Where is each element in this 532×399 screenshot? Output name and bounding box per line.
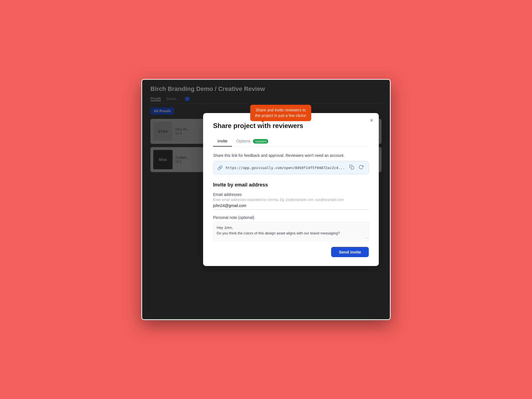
send-invite-button[interactable]: Send invite [331,247,369,257]
share-link-description: Share this link for feedback and approva… [213,153,369,158]
email-field-placeholder: Enter email addresses separated by comma… [213,198,369,202]
tab-invite[interactable]: Invite [213,136,232,147]
modal-title: Share project with reviewers [213,122,369,130]
share-link-url: https://app.govisually.com/open/8450f14f… [226,166,345,170]
resize-handle: ⌟ [365,234,367,240]
browser-window: Birch Branding Demo / Creative Review Pr… [141,79,391,320]
modal-tabs: Invite Options Updated [213,136,369,147]
share-modal: × Share project with reviewers Invite Op… [203,113,379,266]
options-updated-badge: Updated [253,139,268,144]
email-field-label: Email addresses [213,192,369,197]
refresh-link-button[interactable] [357,164,365,171]
tab-options[interactable]: Options Updated [232,136,273,147]
note-text: Hey John,Do you think the colors of this… [217,226,340,235]
note-field-label: Personal note (optional) [213,215,369,220]
note-field-value[interactable]: Hey John,Do you think the colors of this… [213,222,369,241]
tooltip-bubble: Share and invite reviewers to the projec… [250,105,311,121]
send-button-row: Send invite [213,247,369,257]
svg-rect-0 [351,167,354,169]
share-link-box: 🔗 https://app.govisually.com/open/8450f1… [213,161,369,174]
tooltip-text: Share and invite reviewers to the projec… [255,108,306,118]
link-action-buttons [348,164,365,171]
modal-close-button[interactable]: × [370,117,373,123]
copy-link-button[interactable] [348,164,355,171]
link-chain-icon: 🔗 [217,165,223,170]
invite-section-title: Invite by email address [213,182,369,188]
email-field-value[interactable]: john24@gmail.com [213,203,369,210]
